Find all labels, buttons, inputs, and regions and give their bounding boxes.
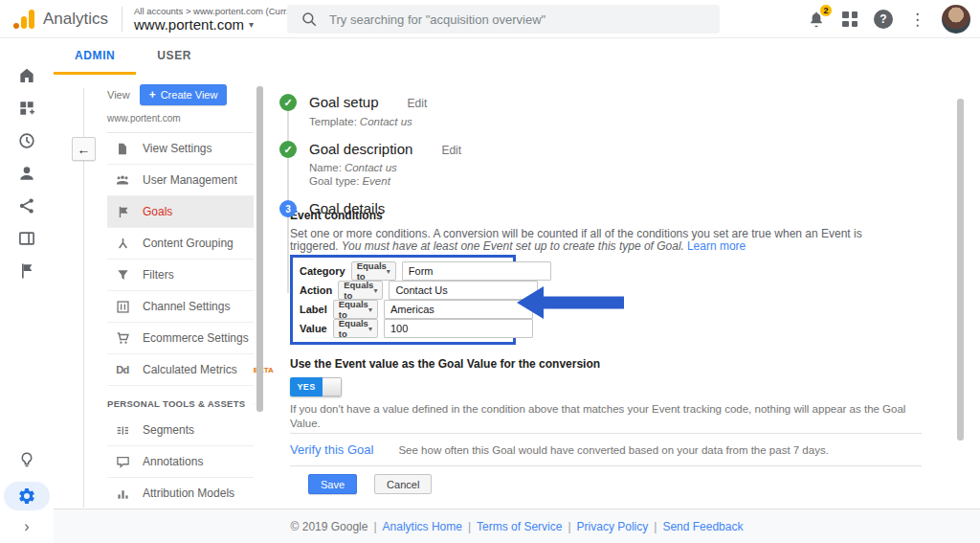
sidebar-item-content-grouping[interactable]: Content Grouping <box>107 228 254 260</box>
sidebar-item-ecommerce-settings[interactable]: Ecommerce Settings <box>107 323 254 354</box>
value-value-input[interactable] <box>384 319 533 338</box>
nav-rail: › <box>0 38 54 543</box>
audience-person-icon[interactable] <box>11 157 42 190</box>
divider <box>290 465 922 466</box>
acquisition-node-icon[interactable] <box>11 190 42 222</box>
edit-goal-setup-link[interactable]: Edit <box>408 97 428 110</box>
footer-link-terms[interactable]: Terms of Service <box>477 520 562 533</box>
account-selector[interactable]: www.portent.com ▾ <box>134 16 294 33</box>
behavior-card-icon[interactable] <box>11 222 42 255</box>
avatar[interactable] <box>942 5 970 34</box>
label-operator-dropdown[interactable]: Equals to ▾ <box>333 300 378 319</box>
top-bar: Analytics All accounts > www.portent.com… <box>0 0 980 38</box>
sidebar-item-calculated-metrics[interactable]: Dd Calculated Metrics BETA <box>107 354 254 386</box>
help-icon[interactable]: ? <box>874 10 893 29</box>
step-number-badge: 3 <box>279 200 297 217</box>
create-view-label: Create View <box>161 89 218 101</box>
footer-link-feedback[interactable]: Send Feedback <box>662 520 743 533</box>
bar-chart-icon <box>115 486 130 501</box>
collapse-chevron-icon[interactable]: › <box>24 518 29 535</box>
event-conditions-block: Event conditions Set one or more conditi… <box>290 209 924 252</box>
step-done-check-icon: ✓ <box>279 141 297 158</box>
cancel-button[interactable]: Cancel <box>374 474 432 494</box>
sidebar-item-segments[interactable]: Segments <box>107 415 254 446</box>
goal-value-note: If you don't have a value defined in the… <box>290 402 929 431</box>
event-conditions-table: Category Equals to ▾ Action Equals to ▾ … <box>290 255 516 345</box>
product-name: Analytics <box>43 10 108 29</box>
realtime-clock-icon[interactable] <box>11 124 42 157</box>
sidebar-item-filters[interactable]: Filters <box>107 260 254 291</box>
sidebar-scrollbar[interactable] <box>256 86 263 412</box>
home-icon[interactable] <box>11 59 42 92</box>
sidebar-item-view-settings[interactable]: View Settings <box>107 133 254 165</box>
category-value-input[interactable] <box>402 261 551 281</box>
plus-icon: + <box>149 88 156 102</box>
customization-icon[interactable] <box>11 92 42 124</box>
tab-user[interactable]: USER <box>136 38 212 75</box>
footer-link-analytics-home[interactable]: Analytics Home <box>383 520 462 533</box>
sidebar-item-goals[interactable]: Goals <box>107 196 254 228</box>
verify-goal-link[interactable]: Verify this Goal <box>290 442 373 457</box>
edit-goal-description-link[interactable]: Edit <box>441 144 461 157</box>
goal-value-block: Use the Event value as the Goal Value fo… <box>290 357 950 431</box>
label-value-input[interactable] <box>384 300 533 319</box>
save-button[interactable]: Save <box>308 474 357 494</box>
search-input[interactable] <box>329 12 693 27</box>
verify-row: Verify this Goal See how often this Goal… <box>290 442 829 457</box>
goal-value-toggle[interactable]: YES <box>290 377 342 396</box>
branch-icon <box>115 236 130 251</box>
sidebar-item-channel-settings[interactable]: Channel Settings <box>107 291 254 323</box>
view-menu: View Settings User Management Goals <box>107 132 254 509</box>
name-line: Name:Contact us <box>309 161 461 174</box>
condition-row-action: Action Equals to ▾ <box>300 281 506 300</box>
apps-grid-icon[interactable] <box>842 11 858 27</box>
tab-admin[interactable]: ADMIN <box>54 38 136 75</box>
condition-row-value: Value Equals to ▾ <box>300 319 506 338</box>
caret-down-icon: ▾ <box>368 305 372 314</box>
flag-icon <box>115 204 130 219</box>
learn-more-link[interactable]: Learn more <box>687 239 746 253</box>
search-bar <box>287 5 720 34</box>
step-title: Goal setup <box>309 94 379 110</box>
view-panel: View + Create View www.portent.com View … <box>107 84 254 509</box>
verify-description: See how often this Goal would have conve… <box>398 444 828 456</box>
users-icon <box>115 172 130 188</box>
event-conditions-heading: Event conditions <box>290 209 924 222</box>
segments-icon <box>115 422 130 438</box>
action-value-input[interactable] <box>389 281 538 300</box>
overflow-menu-icon[interactable]: ⋮ <box>909 11 925 28</box>
sidebar-item-user-management[interactable]: User Management <box>107 165 254 196</box>
create-view-button[interactable]: + Create View <box>140 84 228 105</box>
annotation-bubble-icon <box>115 454 130 469</box>
analytics-logo-icon <box>13 10 34 29</box>
template-line: Template:Contact us <box>309 115 427 128</box>
notifications-bell-icon[interactable]: 2 <box>807 10 826 29</box>
copyright-text: © 2019 Google <box>291 520 368 533</box>
back-button[interactable]: ← <box>72 137 96 161</box>
value-operator-dropdown[interactable]: Equals to ▾ <box>333 319 378 338</box>
condition-row-label: Label Equals to ▾ <box>300 300 506 319</box>
insights-lightbulb-icon[interactable] <box>11 443 42 476</box>
sidebar-item-annotations[interactable]: Annotations <box>107 446 254 478</box>
search-icon <box>301 11 318 28</box>
footer-link-privacy[interactable]: Privacy Policy <box>577 520 649 533</box>
step-done-check-icon: ✓ <box>279 94 297 111</box>
funnel-icon <box>115 267 130 283</box>
category-operator-dropdown[interactable]: Equals to ▾ <box>351 261 396 281</box>
caret-down-icon: ▾ <box>368 325 372 333</box>
admin-gear-icon[interactable] <box>4 482 50 510</box>
channel-settings-icon <box>115 299 130 314</box>
conversions-flag-icon[interactable] <box>11 255 42 287</box>
divider <box>290 433 922 434</box>
step-title: Goal description <box>309 141 412 157</box>
step-goal-setup: ✓ Goal setup Edit Template:Contact us <box>279 94 940 128</box>
action-operator-dropdown[interactable]: Equals to ▾ <box>338 281 383 300</box>
annotation-arrow-icon <box>517 284 624 321</box>
caret-down-icon: ▾ <box>373 286 377 295</box>
toggle-yes-label: YES <box>290 377 323 396</box>
goal-type-line: Goal type:Event <box>309 174 461 188</box>
sidebar-item-attribution-models[interactable]: Attribution Models <box>107 478 254 509</box>
account-name: www.portent.com <box>134 16 244 33</box>
main-scrollbar[interactable] <box>957 99 964 441</box>
view-name: www.portent.com <box>107 113 254 124</box>
